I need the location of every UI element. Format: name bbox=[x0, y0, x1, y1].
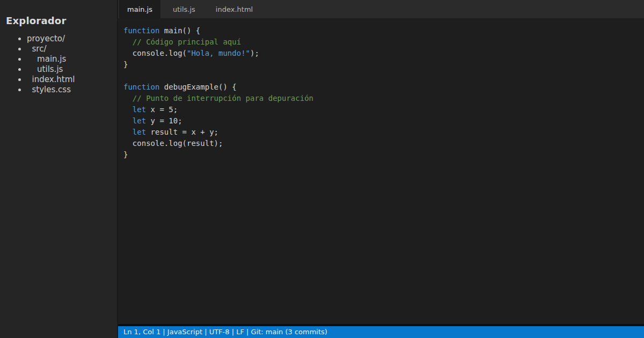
code-line: let result = x + y; bbox=[123, 127, 639, 138]
status-bar: Ln 1, Col 1 | JavaScript | UTF-8 | LF | … bbox=[118, 326, 644, 338]
file-tree-item[interactable]: proyecto/ bbox=[27, 34, 117, 44]
tab-index.html[interactable]: index.html bbox=[208, 0, 261, 18]
code-line: console.log("Hola, mundo!"); bbox=[123, 48, 639, 59]
code-line: function main() { bbox=[123, 25, 639, 36]
code-line: let y = 10; bbox=[123, 115, 639, 127]
editor-panel: main.jsutils.jsindex.html function main(… bbox=[118, 0, 644, 338]
code-line: function debugExample() { bbox=[123, 82, 639, 93]
sidebar: Explorador proyecto/ src/ main.js utils.… bbox=[0, 0, 118, 338]
file-tree-item[interactable]: main.js bbox=[27, 54, 117, 64]
file-tree-item[interactable]: styles.css bbox=[27, 85, 117, 95]
code-line: } bbox=[123, 59, 639, 70]
tab-utils.js[interactable]: utils.js bbox=[165, 0, 203, 18]
tab-main.js[interactable]: main.js bbox=[119, 0, 160, 18]
sidebar-title: Explorador bbox=[6, 15, 117, 26]
code-line: // Código principal aquí bbox=[123, 36, 639, 48]
tab-bar: main.jsutils.jsindex.html bbox=[118, 0, 644, 18]
file-tree: proyecto/ src/ main.js utils.js index.ht… bbox=[0, 34, 117, 95]
code-line: console.log(result); bbox=[123, 138, 639, 149]
code-line: let x = 5; bbox=[123, 104, 639, 115]
code-line: // Punto de interrupción para depuración bbox=[123, 93, 639, 104]
status-text: Ln 1, Col 1 | JavaScript | UTF-8 | LF | … bbox=[123, 328, 327, 336]
code-editor[interactable]: function main() { // Código principal aq… bbox=[118, 18, 644, 324]
file-tree-item[interactable]: index.html bbox=[27, 75, 117, 85]
file-tree-item[interactable]: utils.js bbox=[27, 64, 117, 75]
code-line: } bbox=[123, 149, 639, 160]
code-line bbox=[123, 70, 639, 82]
file-tree-item[interactable]: src/ bbox=[27, 44, 117, 54]
